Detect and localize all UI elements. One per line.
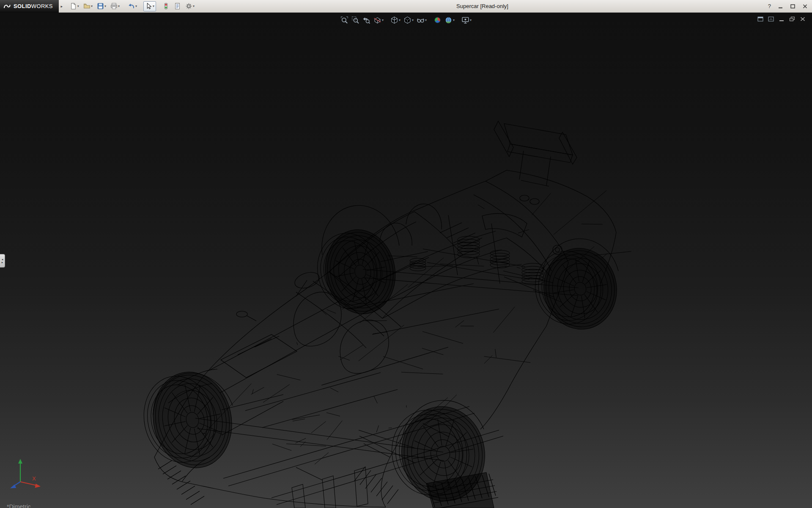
previous-view-button[interactable]: [362, 16, 371, 25]
triad-x-label: X: [32, 475, 36, 482]
restore-document-icon: [789, 16, 796, 22]
window-float-button[interactable]: [768, 16, 774, 22]
featuremanager-collapsed-tab[interactable]: ◂ ▸: [0, 254, 5, 268]
select-cursor-icon: [145, 3, 152, 10]
supercar-wireframe-model[interactable]: [0, 13, 812, 508]
file-properties-button[interactable]: [172, 1, 183, 11]
section-view-icon: [373, 16, 381, 24]
hide-show-items-icon: [417, 16, 425, 24]
dropdown-arrow-icon[interactable]: ▾: [399, 19, 401, 22]
apply-scene-icon: [444, 16, 453, 24]
expand-arrow-icon: ▸: [2, 261, 3, 264]
undo-icon: [128, 3, 135, 10]
dropdown-arrow-icon[interactable]: ▾: [118, 5, 120, 8]
window-title: Supercar [Read-only]: [456, 3, 508, 9]
zoom-to-fit-icon: [340, 16, 348, 24]
edit-appearance-icon: [433, 16, 442, 24]
save-button[interactable]: ▾: [95, 1, 108, 11]
open-button[interactable]: ▾: [82, 1, 94, 11]
solidworks-window: SOLIDWORKS ▸ ▾ ▾ ▾: [0, 0, 812, 508]
close-window-button[interactable]: [802, 4, 808, 9]
save-icon: [97, 3, 104, 10]
dropdown-arrow-icon[interactable]: ▾: [425, 19, 427, 22]
toolbar-separator: [157, 1, 160, 11]
brand-part2: WORKS: [31, 3, 53, 9]
dropdown-arrow-icon[interactable]: ▾: [193, 5, 195, 8]
close-icon: [802, 4, 808, 9]
minimize-document-icon: [778, 16, 785, 22]
dropdown-arrow-icon[interactable]: ▾: [104, 5, 106, 8]
rebuild-button[interactable]: [161, 1, 171, 11]
dropdown-arrow-icon[interactable]: ▾: [453, 19, 455, 22]
section-view-button[interactable]: ▾: [373, 16, 384, 25]
dropdown-arrow-icon[interactable]: ▾: [153, 5, 154, 8]
window-pane-button[interactable]: [757, 16, 764, 22]
heads-up-view-toolbar: ▾ ▾ ▾ ▾: [340, 16, 472, 25]
dropdown-arrow-icon[interactable]: ▾: [77, 5, 79, 8]
window-pane-icon: [757, 16, 764, 22]
print-button[interactable]: ▾: [109, 1, 121, 11]
new-document-icon: [70, 3, 77, 10]
view-settings-icon: [461, 16, 469, 24]
minimize-document-button[interactable]: [778, 16, 785, 22]
open-folder-icon: [83, 3, 91, 10]
maximize-window-button[interactable]: [790, 4, 796, 9]
restore-document-button[interactable]: [789, 16, 796, 22]
hide-show-items-button[interactable]: ▾: [416, 16, 428, 25]
new-document-button[interactable]: ▾: [68, 1, 81, 11]
select-button[interactable]: ▾: [143, 1, 156, 11]
triad-icon: X: [5, 457, 44, 489]
rebuild-icon: [162, 3, 170, 10]
solidworks-logo: SOLIDWORKS: [0, 0, 59, 13]
brand-text: SOLIDWORKS: [14, 3, 53, 9]
dropdown-arrow-icon[interactable]: ▾: [135, 5, 137, 8]
file-properties-icon: [174, 3, 181, 10]
print-icon: [110, 3, 118, 10]
view-orientation-icon: [390, 16, 398, 24]
window-controls: ?: [768, 3, 812, 9]
window-float-icon: [768, 16, 774, 22]
apply-scene-button[interactable]: ▾: [444, 16, 455, 25]
minimize-window-button[interactable]: [778, 4, 783, 9]
undo-button[interactable]: ▾: [126, 1, 139, 11]
display-style-button[interactable]: ▾: [403, 16, 414, 25]
view-settings-button[interactable]: ▾: [461, 16, 472, 25]
main-toolbar: ▾ ▾ ▾ ▾: [68, 1, 196, 11]
options-button[interactable]: ▾: [184, 1, 196, 11]
previous-view-icon: [362, 16, 370, 24]
help-button[interactable]: ?: [768, 3, 771, 9]
titlebar: SOLIDWORKS ▸ ▾ ▾ ▾: [0, 0, 812, 13]
document-window-controls: [757, 16, 806, 22]
toolbar-separator: [140, 1, 143, 11]
menu-expand-button[interactable]: ▸: [59, 0, 65, 13]
dropdown-arrow-icon[interactable]: ▾: [91, 5, 93, 8]
dropdown-arrow-icon[interactable]: ▾: [382, 19, 384, 22]
toolbar-separator: [122, 1, 125, 11]
close-document-button[interactable]: [799, 16, 806, 22]
orientation-triad: X: [5, 457, 44, 491]
options-gear-icon: [185, 3, 192, 10]
zoom-to-area-button[interactable]: [351, 16, 360, 25]
graphics-area[interactable]: ▾ ▾ ▾ ▾: [0, 13, 812, 508]
minimize-icon: [778, 4, 783, 9]
solidworks-logo-icon: [3, 3, 11, 10]
dropdown-arrow-icon[interactable]: ▾: [412, 19, 414, 22]
zoom-to-fit-button[interactable]: [340, 16, 349, 25]
edit-appearance-button[interactable]: [433, 16, 442, 25]
maximize-icon: [790, 4, 796, 9]
view-orientation-button[interactable]: ▾: [390, 16, 401, 25]
dropdown-arrow-icon[interactable]: ▾: [470, 19, 472, 22]
view-orientation-label: *Dimetric: [7, 503, 31, 508]
zoom-to-area-icon: [351, 16, 359, 24]
close-document-icon: [799, 16, 806, 22]
brand-part1: SOLID: [14, 3, 31, 9]
display-style-icon: [403, 16, 411, 24]
collapse-arrow-icon: ◂: [2, 258, 3, 261]
